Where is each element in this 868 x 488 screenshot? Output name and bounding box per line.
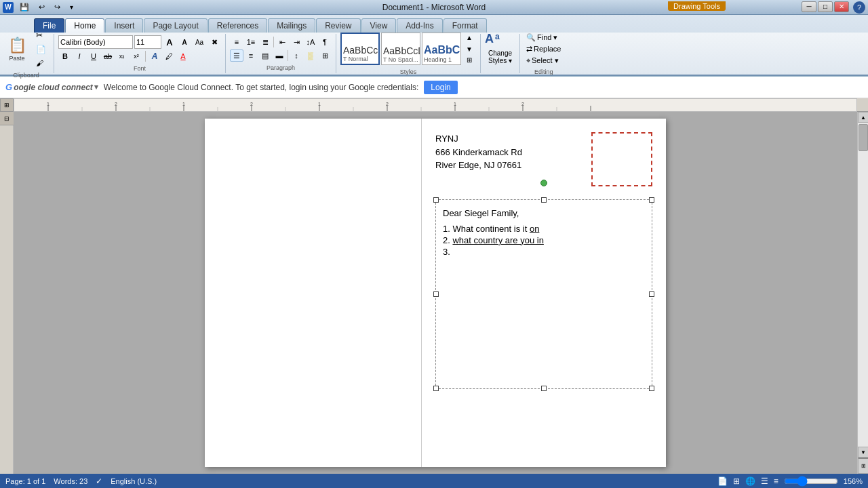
svg-rect-0 (14, 99, 856, 112)
tab-add-ins[interactable]: Add-Ins (397, 18, 442, 33)
connector-dot[interactable] (540, 180, 547, 186)
decrease-indent-button[interactable]: ⇤ (275, 36, 289, 48)
quick-access-save[interactable]: 💾 (16, 1, 33, 14)
align-center-button[interactable]: ≡ (244, 49, 258, 62)
view-draft-icon[interactable]: ≡ (774, 476, 778, 486)
handle-top-right[interactable] (649, 197, 654, 203)
strikethrough-button[interactable]: ab (101, 50, 115, 62)
show-formatting-button[interactable]: ¶ (318, 36, 332, 48)
line2-num: 2. (443, 235, 452, 245)
handle-bottom-middle[interactable] (541, 386, 547, 391)
handle-bottom-left[interactable] (433, 386, 439, 391)
close-button[interactable]: ✕ (834, 1, 849, 12)
font-name-input[interactable] (58, 35, 133, 49)
styles-scroll-up[interactable]: ▲ (462, 32, 476, 43)
styles-label: Styles (400, 68, 417, 75)
tab-page-layout[interactable]: Page Layout (144, 18, 207, 33)
grow-font-button[interactable]: A (163, 36, 176, 48)
italic-button[interactable]: I (73, 50, 86, 62)
help-button[interactable]: ? (853, 1, 865, 14)
ruler-side-toggle[interactable]: ⊞ (0, 98, 14, 112)
zoom-slider[interactable] (784, 476, 838, 487)
font-color-button[interactable]: A (176, 50, 190, 62)
clear-format-button[interactable]: ✖ (208, 36, 221, 48)
horizontal-ruler: 1 2 1 2 1 2 1 2 (14, 98, 857, 112)
handle-top-middle[interactable] (541, 197, 547, 203)
spell-check-icon[interactable]: ✓ (96, 476, 102, 486)
select-icon: ⌖ (526, 56, 530, 65)
bullets-button[interactable]: ≡ (230, 36, 243, 48)
quick-access-redo[interactable]: ↪ (51, 1, 64, 14)
handle-top-left[interactable] (433, 197, 439, 203)
style-normal[interactable]: AaBbCcDc T Normal (340, 33, 380, 65)
gcc-dropdown-arrow[interactable]: ▾ (94, 83, 98, 92)
select-button[interactable]: ⌖ Select ▾ (524, 56, 563, 66)
status-right: 📄 ⊞ 🌐 ☰ ≡ 156% (717, 476, 863, 487)
handle-middle-right[interactable] (649, 291, 654, 297)
tab-references[interactable]: References (208, 18, 267, 33)
scroll-down-button[interactable]: ▼ (858, 447, 868, 458)
shrink-font-button[interactable]: A (178, 36, 191, 48)
view-full-screen-icon[interactable]: ⊞ (733, 476, 740, 486)
font-size-input[interactable] (134, 35, 161, 49)
multilevel-button[interactable]: ≣ (258, 36, 272, 48)
tab-home[interactable]: Home (65, 18, 104, 33)
justify-button[interactable]: ▬ (273, 49, 286, 62)
text-effects-button[interactable]: A (148, 50, 161, 62)
increase-indent-button[interactable]: ⇥ (290, 36, 303, 48)
find-button[interactable]: 🔍 Find ▾ (524, 33, 563, 43)
word-icon: W (3, 2, 14, 13)
style-no-spacing[interactable]: AaBbCcDc T No Spaci... (381, 33, 420, 65)
format-painter-button[interactable]: 🖌 (33, 57, 50, 69)
restore-button[interactable]: □ (818, 1, 833, 12)
align-left-button[interactable]: ☰ (230, 49, 243, 62)
view-outline-icon[interactable]: ☰ (761, 476, 768, 486)
minimize-button[interactable]: ─ (802, 1, 816, 12)
view-toggle[interactable]: ⊟ (0, 112, 14, 125)
styles-more[interactable]: ⊞ (462, 54, 476, 66)
view-print-icon[interactable]: 📄 (717, 476, 728, 486)
change-case-button[interactable]: Aa (193, 36, 206, 48)
tab-review[interactable]: Review (316, 18, 360, 33)
shading-button[interactable]: ▒ (304, 49, 317, 62)
tab-format[interactable]: Format (443, 18, 487, 33)
tab-mailings[interactable]: Mailings (268, 18, 315, 33)
paste-button[interactable]: 📋 Paste (3, 33, 31, 65)
tab-view[interactable]: View (361, 18, 397, 33)
status-bar: Page: 1 of 1 Words: 23 ✓ English (U.S.) … (0, 474, 868, 488)
style-heading1[interactable]: AaBbC Heading 1 (422, 33, 461, 65)
scroll-options-button[interactable]: ⊞ (858, 458, 868, 474)
scroll-up-button[interactable]: ▲ (858, 112, 868, 123)
line-spacing-button[interactable]: ↕ (290, 49, 303, 62)
letter-line1: 1. What continent is it on (443, 224, 645, 234)
sort-button[interactable]: ↕A (304, 36, 317, 48)
subscript-button[interactable]: x₂ (115, 50, 129, 62)
numbering-button[interactable]: 1≡ (244, 36, 258, 48)
handle-middle-left[interactable] (433, 291, 439, 297)
borders-button[interactable]: ⊞ (318, 49, 332, 62)
styles-scroll-down[interactable]: ▼ (462, 43, 476, 55)
underline-button[interactable]: U (87, 50, 100, 62)
change-styles-button[interactable]: Change Styles ▾ (485, 47, 515, 66)
gcc-login-button[interactable]: Login (424, 81, 457, 94)
gcc-bar: G oogle cloud connect ▾ Welcome to Googl… (0, 77, 868, 98)
tab-insert[interactable]: Insert (105, 18, 143, 33)
copy-button[interactable]: 📄 (33, 43, 50, 56)
align-right-button[interactable]: ▤ (258, 49, 272, 62)
bold-button[interactable]: B (58, 50, 72, 62)
highlight-button[interactable]: 🖊 (162, 50, 176, 62)
separator1 (145, 51, 146, 62)
superscript-button[interactable]: x² (130, 50, 143, 62)
replace-button[interactable]: ⇄ Replace (524, 44, 563, 54)
gcc-logo: G oogle cloud connect ▾ (5, 82, 98, 92)
handle-bottom-right[interactable] (649, 386, 654, 391)
view-web-icon[interactable]: 🌐 (745, 476, 755, 486)
quick-access-undo[interactable]: ↩ (35, 1, 48, 14)
quick-access-customize[interactable]: ▾ (66, 1, 77, 13)
find-label: Find ▾ (537, 33, 557, 42)
editing-label: Editing (534, 68, 553, 75)
main-area: ⊟ RYNJ 666 Kinderkamack Rd River Edge, N… (0, 112, 868, 474)
cut-button[interactable]: ✂ (33, 28, 50, 42)
scroll-thumb[interactable] (859, 124, 868, 151)
letter-text-box[interactable]: Dear Siegel Family, 1. What continent is… (435, 199, 652, 389)
